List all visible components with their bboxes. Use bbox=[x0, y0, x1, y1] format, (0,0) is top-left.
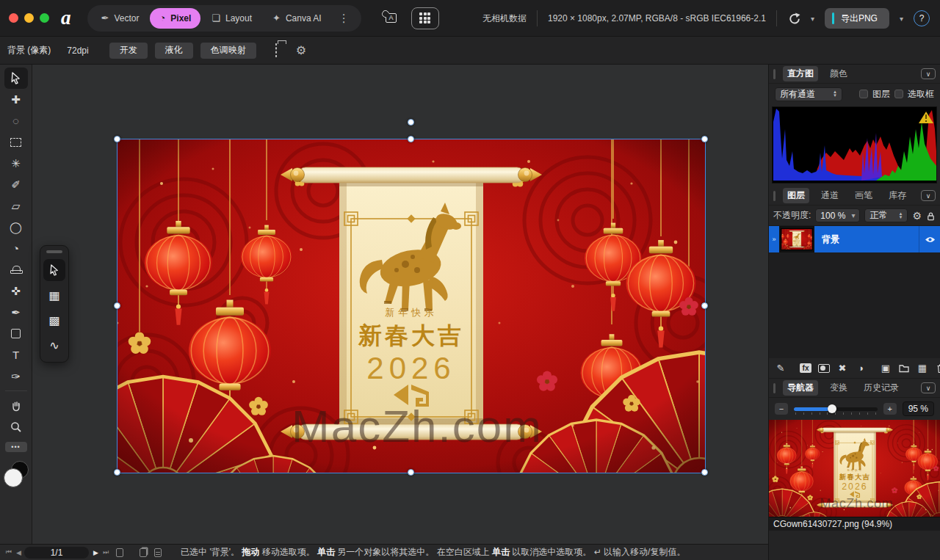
adjustment-layer-icon[interactable]: ◑ bbox=[855, 363, 867, 374]
paint-brush-tool[interactable]: ✐ bbox=[4, 174, 28, 195]
move-tool[interactable] bbox=[4, 68, 28, 89]
delete-layer-trash-icon[interactable] bbox=[935, 363, 940, 374]
export-png-button[interactable]: 导出PNG bbox=[825, 8, 889, 29]
shape-tool[interactable] bbox=[4, 323, 28, 344]
canvas-area[interactable] bbox=[32, 65, 768, 544]
liquify-button[interactable]: 液化 bbox=[155, 43, 193, 59]
selection-brush-tool[interactable]: ◌ bbox=[4, 110, 28, 131]
zoom-in-button[interactable]: + bbox=[883, 403, 897, 415]
flood-select-tool[interactable]: ✳ bbox=[4, 153, 28, 174]
eraser-tool[interactable]: ▱ bbox=[4, 195, 28, 217]
rotation-handle[interactable] bbox=[408, 119, 414, 126]
layer-collapse-icon[interactable]: » bbox=[769, 226, 779, 252]
zoom-window-button[interactable] bbox=[40, 13, 49, 23]
palette-move-tool[interactable] bbox=[43, 259, 65, 281]
panel-grip[interactable] bbox=[773, 383, 776, 393]
page-indicator[interactable]: 1/1 bbox=[24, 547, 89, 559]
help-button[interactable]: ? bbox=[914, 10, 930, 26]
panel-collapse-chevron-icon[interactable]: ∨ bbox=[921, 68, 936, 79]
previous-page-button[interactable]: ◀ bbox=[16, 549, 21, 556]
tab-transform[interactable]: 变换 bbox=[825, 380, 852, 396]
layer-checkbox[interactable] bbox=[859, 90, 868, 98]
live-filter-icon[interactable]: ▣ bbox=[880, 363, 892, 374]
tab-layers[interactable]: 图层 bbox=[783, 188, 809, 203]
zoom-out-button[interactable]: − bbox=[775, 403, 788, 415]
studio-grid-button[interactable] bbox=[411, 7, 439, 29]
zoom-slider[interactable] bbox=[794, 403, 878, 415]
color-well[interactable] bbox=[4, 461, 29, 487]
panel-grip[interactable] bbox=[773, 69, 776, 79]
first-page-button[interactable]: ⏮ bbox=[6, 548, 12, 556]
palette-drag-handle[interactable] bbox=[46, 250, 62, 253]
persona-pixel[interactable]: ◔ Pixel bbox=[150, 8, 200, 29]
minimize-window-button[interactable] bbox=[24, 13, 34, 23]
persona-layout[interactable]: ❏ Layout bbox=[202, 8, 261, 29]
selection-handle-bottom-right[interactable] bbox=[701, 469, 708, 476]
assistant-button[interactable]: A bbox=[377, 7, 405, 29]
panel-collapse-chevron-icon[interactable]: ∨ bbox=[921, 382, 936, 393]
page-list-icon[interactable] bbox=[154, 548, 162, 557]
tab-stock[interactable]: 库存 bbox=[884, 188, 911, 203]
close-window-button[interactable] bbox=[9, 13, 18, 23]
zoom-tool[interactable] bbox=[4, 416, 28, 437]
develop-button[interactable]: 开发 bbox=[109, 43, 148, 59]
color-picker-tool[interactable]: ✑ bbox=[4, 366, 28, 387]
selection-handle-bottom-center[interactable] bbox=[408, 469, 414, 476]
mask-layer-icon[interactable] bbox=[818, 364, 830, 373]
crosshair-transform-tool[interactable]: ✚ bbox=[4, 89, 28, 110]
edit-adjustment-icon[interactable]: ✎ bbox=[775, 363, 787, 374]
dodge-tool[interactable]: ◯ bbox=[4, 217, 28, 238]
persona-overflow-menu-icon[interactable]: ⋮ bbox=[333, 12, 357, 25]
floating-tool-palette[interactable]: ▦ ▩ ∿ bbox=[40, 245, 69, 363]
export-dropdown-chevron-icon[interactable]: ▾ bbox=[900, 15, 903, 23]
channel-select[interactable]: 所有通道 ▲▼ bbox=[775, 87, 842, 101]
pen-tool[interactable]: ✒ bbox=[4, 302, 28, 323]
panel-collapse-chevron-icon[interactable]: ∨ bbox=[921, 190, 936, 201]
tab-history[interactable]: 历史记录 bbox=[859, 380, 903, 396]
tab-histogram[interactable]: 直方图 bbox=[783, 66, 818, 81]
selection-handle-mid-left[interactable] bbox=[114, 302, 120, 309]
lock-icon[interactable] bbox=[926, 211, 936, 221]
panel-grip[interactable] bbox=[773, 191, 776, 201]
blend-mode-select[interactable]: 正常 ▲▼ bbox=[864, 208, 908, 222]
selection-handle-top-left[interactable] bbox=[114, 136, 120, 142]
settings-button[interactable]: ⚙ bbox=[296, 43, 306, 57]
selection-handle-bottom-left[interactable] bbox=[114, 469, 120, 476]
clone-stamp-tool[interactable] bbox=[4, 259, 28, 280]
more-tools-button[interactable]: ••• bbox=[5, 442, 27, 452]
last-page-button[interactable]: ⏭ bbox=[103, 548, 109, 556]
text-tool[interactable]: T bbox=[4, 344, 28, 366]
primary-color-swatch[interactable] bbox=[4, 468, 23, 487]
blend-options-gear-icon[interactable]: ⚙ bbox=[912, 210, 922, 222]
marquee-checkbox[interactable] bbox=[894, 90, 903, 98]
share-dropdown-chevron-icon[interactable]: ▾ bbox=[811, 15, 814, 23]
tab-brushes[interactable]: 画笔 bbox=[850, 188, 877, 203]
navigator-preview[interactable] bbox=[769, 420, 940, 517]
tab-channels[interactable]: 通道 bbox=[817, 188, 843, 203]
layer-row-background[interactable]: » 背景 bbox=[769, 226, 940, 252]
document-image[interactable] bbox=[118, 139, 705, 473]
persona-canva-ai[interactable]: ✦ Canva AI bbox=[263, 8, 331, 29]
layer-visibility-toggle[interactable] bbox=[919, 226, 940, 252]
layer-name-label[interactable]: 背景 bbox=[814, 233, 919, 246]
selection-handle-top-center[interactable] bbox=[408, 136, 414, 142]
pattern-layer-icon[interactable]: ▦ bbox=[916, 363, 928, 374]
selection-handle-mid-right[interactable] bbox=[701, 302, 708, 309]
selection-handle-top-right[interactable] bbox=[701, 136, 708, 142]
group-folder-icon[interactable] bbox=[898, 363, 910, 373]
single-page-view-icon[interactable] bbox=[116, 548, 123, 557]
opacity-field[interactable]: 100 % ▾ bbox=[815, 208, 860, 222]
palette-smudge-tool[interactable]: ∿ bbox=[43, 334, 65, 356]
layer-thumbnail[interactable] bbox=[779, 226, 814, 252]
persona-vector[interactable]: ✒ Vector bbox=[92, 8, 149, 29]
duplicate-page-icon[interactable] bbox=[140, 548, 147, 557]
layer-effects-icon[interactable]: fx bbox=[800, 363, 811, 373]
tab-navigator[interactable]: 导航器 bbox=[783, 380, 818, 396]
next-page-button[interactable]: ▶ bbox=[93, 549, 98, 556]
palette-warp-tool[interactable]: ▩ bbox=[43, 309, 65, 331]
zoom-percentage-field[interactable]: 95 % bbox=[903, 401, 934, 416]
palette-mesh-tool[interactable]: ▦ bbox=[43, 284, 65, 306]
burn-tool[interactable]: ◔ bbox=[4, 238, 28, 259]
pan-tool[interactable] bbox=[4, 395, 28, 416]
assistant-settings-button[interactable] bbox=[275, 44, 277, 57]
